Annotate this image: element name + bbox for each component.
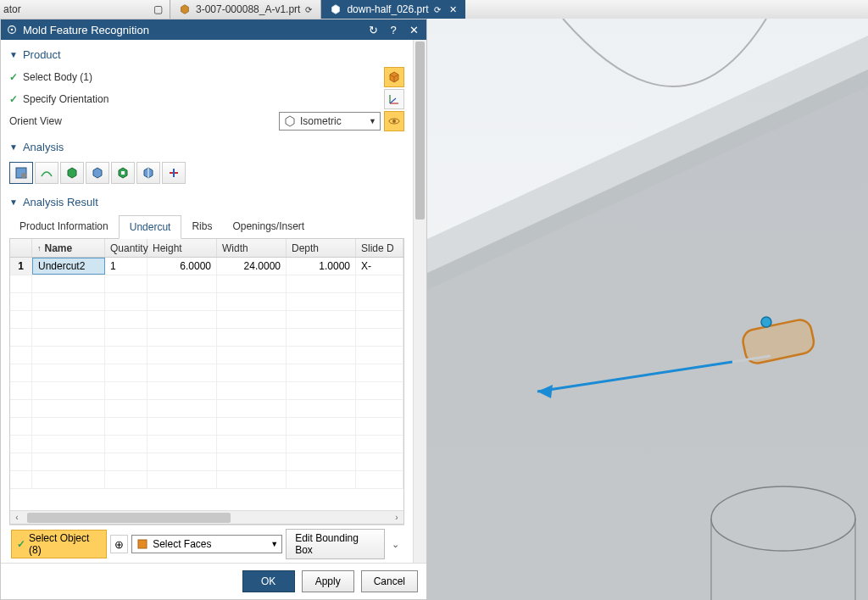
section-label: Product	[23, 48, 61, 61]
check-icon: ✓	[17, 538, 25, 550]
apply-button[interactable]: Apply	[302, 570, 354, 592]
grid-hscroll[interactable]: ‹ ›	[10, 510, 403, 524]
tab-ribs[interactable]: Ribs	[181, 215, 222, 238]
orient-view-value: Isometric	[300, 115, 342, 127]
orient-view-row: Orient View Isometric ▼	[9, 110, 404, 132]
isometric-icon	[283, 114, 297, 128]
3d-viewport[interactable]: X –	[427, 19, 868, 600]
scroll-thumb[interactable]	[415, 42, 425, 219]
specify-orientation-label: Specify Orientation	[23, 93, 381, 105]
dialog-title: Mold Feature Recognition	[23, 24, 149, 36]
col-quantity[interactable]: Quantity	[105, 239, 147, 257]
table-row	[10, 347, 403, 364]
svg-rect-19	[121, 171, 125, 175]
select-object-label: Select Object (8)	[29, 532, 101, 556]
table-row	[10, 275, 403, 293]
cell-qty: 1	[105, 258, 147, 275]
select-body-label: Select Body (1)	[23, 71, 381, 83]
table-row	[10, 418, 403, 436]
table-row	[10, 436, 403, 453]
tabbar-stub: ator ▢	[0, 0, 170, 19]
section-product[interactable]: ▼ Product	[9, 48, 404, 61]
part-file-icon	[330, 3, 342, 15]
col-slide[interactable]: Slide D	[356, 239, 403, 257]
col-name[interactable]: ↑Name	[32, 239, 105, 257]
file-tabbar: ator ▢ 3-007-000088_A-v1.prt ⟳ down-half…	[0, 0, 868, 19]
target-icon[interactable]: ⊕	[110, 535, 128, 553]
scroll-right-icon[interactable]: ›	[390, 511, 403, 525]
table-row	[10, 453, 403, 471]
analysis-tool-3[interactable]	[60, 162, 84, 184]
col-height[interactable]: Height	[147, 239, 217, 257]
file-tab-inactive[interactable]: 3-007-000088_A-v1.prt ⟳	[170, 0, 320, 19]
check-icon: ✓	[9, 93, 18, 105]
table-row[interactable]: 1 Undercut2 1 6.0000 24.0000 1.0000 X-	[10, 258, 403, 275]
refresh-button[interactable]: ↻	[365, 24, 381, 36]
scroll-left-icon[interactable]: ‹	[10, 511, 24, 525]
svg-marker-16	[68, 168, 76, 178]
cell-depth: 1.0000	[287, 258, 356, 275]
col-depth[interactable]: Depth	[287, 239, 356, 257]
help-button[interactable]: ?	[386, 24, 401, 36]
dialog-footer: OK Apply Cancel	[1, 563, 426, 599]
window-restore-icon[interactable]: ▢	[153, 3, 163, 15]
analysis-toolstrip	[9, 162, 404, 184]
result-tabs: Product Information Undercut Ribs Openin…	[9, 215, 404, 239]
orient-view-select[interactable]: Isometric ▼	[279, 112, 381, 131]
body-selector-icon[interactable]	[384, 67, 404, 87]
chevron-down-icon: ▼	[9, 197, 18, 207]
tab-product-information[interactable]: Product Information	[9, 215, 119, 238]
select-faces-dropdown[interactable]: Select Faces ▼	[131, 535, 282, 553]
close-button[interactable]: ✕	[406, 24, 421, 36]
faces-icon	[136, 537, 149, 551]
svg-point-29	[761, 317, 771, 327]
ok-button[interactable]: OK	[242, 570, 295, 592]
section-analysis[interactable]: ▼ Analysis	[9, 141, 404, 153]
col-rownum[interactable]	[10, 239, 32, 257]
cell-name[interactable]: Undercut2	[32, 258, 105, 275]
file-tab-active[interactable]: down-half_026.prt ⟳ ✕	[320, 0, 465, 19]
section-analysis-result[interactable]: ▼ Analysis Result	[9, 196, 404, 208]
tab-modified-icon: ⟳	[434, 5, 441, 14]
analysis-tool-4[interactable]	[86, 162, 109, 184]
file-tab-label: 3-007-000088_A-v1.prt	[196, 3, 300, 15]
close-icon[interactable]: ✕	[449, 4, 457, 15]
cancel-button[interactable]: Cancel	[361, 570, 418, 592]
analysis-tool-1[interactable]	[9, 162, 33, 184]
selection-bar: ✓ Select Object (8) ⊕ Select Faces ▼ Edi…	[9, 525, 404, 563]
stub-text: ator	[3, 3, 21, 15]
expand-selection-icon[interactable]: ⌄	[388, 539, 403, 550]
col-width[interactable]: Width	[217, 239, 287, 257]
table-row	[10, 364, 403, 382]
grid-body[interactable]: 1 Undercut2 1 6.0000 24.0000 1.0000 X-	[10, 258, 403, 510]
undercut-grid: ↑Name Quantity Height Width Depth Slide …	[9, 239, 404, 525]
specify-orientation-row[interactable]: ✓ Specify Orientation	[9, 88, 404, 110]
svg-line-10	[390, 98, 396, 103]
chevron-down-icon: ▼	[369, 117, 376, 125]
svg-marker-0	[181, 5, 189, 14]
orient-apply-icon[interactable]	[384, 111, 404, 131]
tab-openings-insert[interactable]: Openings/Insert	[222, 215, 314, 238]
tab-undercut[interactable]: Undercut	[119, 215, 182, 239]
cell-height: 6.0000	[147, 258, 217, 275]
analysis-tool-2[interactable]	[35, 162, 58, 184]
sort-asc-icon: ↑	[37, 244, 42, 253]
panel-vscroll[interactable]	[413, 40, 426, 563]
orientation-icon[interactable]	[384, 89, 404, 109]
dialog-titlebar: Mold Feature Recognition ↻ ? ✕	[1, 19, 426, 40]
analysis-tool-7[interactable]	[162, 162, 186, 184]
check-icon: ✓	[9, 71, 18, 83]
select-faces-label: Select Faces	[153, 538, 211, 550]
select-object-button[interactable]: ✓ Select Object (8)	[11, 530, 107, 558]
analysis-tool-5[interactable]	[111, 162, 135, 184]
edit-bounding-box-button[interactable]: Edit Bounding Box	[286, 529, 385, 559]
analysis-tool-6[interactable]	[136, 162, 160, 184]
table-row	[10, 400, 403, 418]
table-row	[10, 329, 403, 347]
gear-icon	[6, 24, 18, 36]
scroll-thumb[interactable]	[27, 513, 231, 523]
select-body-row[interactable]: ✓ Select Body (1)	[9, 66, 404, 88]
cell-rownum: 1	[10, 258, 32, 275]
chevron-down-icon: ▼	[9, 142, 18, 152]
orient-view-label: Orient View	[9, 115, 279, 127]
